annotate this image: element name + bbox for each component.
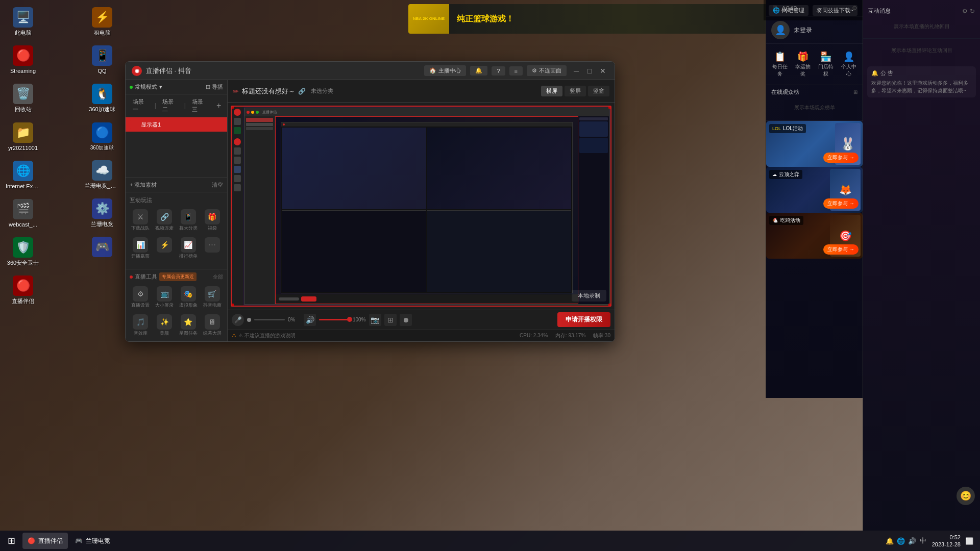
stream-mode-select[interactable]: 常规模式 ▾ bbox=[130, 83, 162, 91]
desktop-icon-lanzhu[interactable]: 🎮 bbox=[84, 235, 120, 261]
chicken-activity-banner[interactable]: 🐔 吃鸡活动 🎯 立即参与 → bbox=[766, 213, 863, 259]
system-tray-icons: 🔔 🌐 🔊 中 bbox=[885, 536, 928, 545]
chicken-participate-btn[interactable]: 立即参与 → bbox=[823, 244, 859, 255]
nav-store[interactable]: 🏪 门店特权 bbox=[815, 48, 838, 81]
scene-3-tab[interactable]: 场景三 bbox=[188, 96, 212, 115]
nested-slider bbox=[279, 297, 299, 300]
nav-lucky-draw[interactable]: 🎁 幸运抽奖 bbox=[791, 48, 814, 81]
bottom-avatar-img[interactable]: 😊 bbox=[957, 487, 975, 505]
game-panel-user[interactable]: 👤 未登录 bbox=[766, 17, 863, 44]
nested-inner-bar bbox=[281, 122, 572, 127]
source-item-display1[interactable]: 显示器1 bbox=[126, 117, 227, 132]
lol-participate-btn[interactable]: 立即参与 → bbox=[823, 153, 859, 163]
tray-volume-icon[interactable]: 🔊 bbox=[908, 536, 917, 545]
minimize-btn[interactable]: ─ bbox=[571, 65, 582, 77]
desktop-icon-pc[interactable]: 🖥️ 此电脑 bbox=[5, 5, 41, 38]
interact-question[interactable]: ⚡ bbox=[154, 235, 176, 261]
stream-category[interactable]: 未选分类 bbox=[311, 87, 333, 95]
interact-vote[interactable]: 📊 开播赢票 bbox=[130, 235, 152, 261]
layout-icon-btn[interactable]: ⊞ bbox=[384, 314, 397, 326]
tool-virtual[interactable]: 🎭 虚拟形象 bbox=[178, 284, 200, 310]
desktop-icon-qq[interactable]: 🐧 360加速球 bbox=[84, 82, 120, 115]
desktop-icon-streaming2[interactable]: 🔴 直播伴侣 bbox=[5, 273, 41, 307]
live-viewers-expand[interactable]: ⊞ bbox=[853, 89, 857, 95]
tool-live-settings[interactable]: ⚙ 直播设置 bbox=[130, 284, 152, 310]
interact-gift[interactable]: 🎁 福袋 bbox=[201, 207, 223, 233]
mic-btn[interactable]: 🎤 bbox=[232, 314, 244, 326]
tray-ime-icon[interactable]: 中 bbox=[919, 536, 928, 545]
desktop-icon-360ball[interactable]: 🔵 360加速球 bbox=[84, 120, 120, 153]
alert-btn[interactable]: 🔔 bbox=[470, 66, 487, 76]
preview-dot-red-2 bbox=[234, 138, 241, 145]
layout-vertical-btn[interactable]: 竖屏 bbox=[565, 86, 586, 96]
tool-star-task[interactable]: ⭐ 星图任务 bbox=[178, 312, 200, 338]
import-btn[interactable]: ⊞ 导播 bbox=[206, 83, 223, 91]
scene-2-tab[interactable]: 场景二 bbox=[158, 96, 182, 115]
tool-greenscreen[interactable]: 🖥 绿幕大屏 bbox=[201, 312, 223, 338]
speaker-volume-slider[interactable] bbox=[319, 319, 350, 320]
show-desktop-btn[interactable]: ⬜ bbox=[965, 536, 974, 545]
tray-network-icon[interactable]: 🌐 bbox=[896, 536, 905, 545]
tool-beauty[interactable]: ✨ 美颜 bbox=[154, 312, 176, 338]
host-center-btn[interactable]: 🏠 主播中心 bbox=[424, 65, 466, 76]
desktop-icon-lanzhu-setup[interactable]: ⚙️ 兰珊电竞 bbox=[84, 196, 120, 230]
interact-pk[interactable]: ⚔ 下载战队 bbox=[130, 207, 152, 233]
layout-window-btn[interactable]: 竖窗 bbox=[588, 86, 609, 96]
clear-sources-btn[interactable]: 清空 bbox=[212, 181, 223, 189]
help-btn[interactable]: ? bbox=[492, 66, 505, 76]
desktop-icon-ie[interactable]: 🌐 Internet Explorer bbox=[5, 159, 41, 192]
local-record-btn[interactable]: 本地录制 bbox=[572, 290, 606, 302]
go-live-btn[interactable]: 申请开播权限 bbox=[557, 312, 610, 327]
no-draw-btn[interactable]: ⚙ 不连画面 bbox=[527, 65, 567, 76]
tool-audio-fx[interactable]: 🎵 音效库 bbox=[130, 312, 152, 338]
tools-more-btn[interactable]: 全部 bbox=[213, 273, 223, 281]
desktop-icon-webcast[interactable]: 🎬 webcast_... bbox=[5, 197, 41, 230]
scene-1-tab[interactable]: 场景一 bbox=[129, 96, 153, 115]
nav-personal[interactable]: 👤 个人中心 bbox=[838, 48, 861, 81]
interact-more[interactable]: ··· bbox=[201, 235, 223, 261]
speaker-icon-btn[interactable]: 🔊 bbox=[304, 314, 316, 326]
lol-activity-banner[interactable]: LOL LOL活动 🐰 立即参与 → bbox=[766, 121, 863, 167]
cloud-activity-banner[interactable]: ☁ 云顶之弈 🦊 立即参与 → bbox=[766, 167, 863, 213]
stream-title-text[interactable]: 标题还没有想好～ bbox=[242, 87, 295, 96]
camera-icon-btn[interactable]: 📷 bbox=[369, 314, 381, 326]
desktop-icon-yr2021[interactable]: 📁 yr20211001 bbox=[5, 120, 41, 154]
live-viewers-placeholder: 展示本场观众榜单 bbox=[771, 98, 857, 117]
cloud-participate-btn[interactable]: 立即参与 → bbox=[823, 198, 859, 209]
start-button[interactable]: ⊞ bbox=[2, 532, 20, 550]
stream-title-edit-area: ✏ 标题还没有想好～ 🔗 未选分类 bbox=[233, 87, 333, 96]
desktop-icon-rental[interactable]: 📱 QQ bbox=[84, 43, 120, 77]
speaker-slider-thumb bbox=[347, 317, 352, 322]
interactive-msg-refresh-icon[interactable]: ↻ bbox=[970, 8, 975, 15]
stream-edit-icon[interactable]: ✏ bbox=[233, 87, 239, 95]
taskbar-lanzhu-app[interactable]: 🎮 兰珊电竞 bbox=[70, 533, 115, 549]
corner-handle-tr bbox=[608, 107, 610, 109]
desktop-icon-streaming[interactable]: 🔴 Streaming bbox=[5, 43, 41, 77]
menu-btn[interactable]: ≡ bbox=[509, 66, 523, 76]
source-display-label: 显示器1 bbox=[141, 121, 161, 129]
interact-rank[interactable]: 📈 排行榜单 bbox=[178, 235, 200, 261]
taskbar-streaming-app[interactable]: 🔴 直播伴侣 bbox=[22, 533, 68, 549]
interact-connect[interactable]: 🔗 视频连麦 bbox=[154, 207, 176, 233]
add-scene-btn[interactable]: + bbox=[214, 100, 225, 111]
desktop-icon-360[interactable]: 🛡️ 360安全卫士 bbox=[5, 235, 41, 268]
close-btn[interactable]: ✕ bbox=[597, 65, 608, 77]
interactive-msg-settings-icon[interactable]: ⚙ bbox=[962, 8, 968, 15]
layout-horizontal-btn[interactable]: 横屏 bbox=[541, 86, 562, 96]
tray-notification-icon[interactable]: 🔔 bbox=[885, 536, 894, 545]
tool-big-screen[interactable]: 📺 大小屏录 bbox=[154, 284, 176, 310]
nested-control-bar bbox=[276, 294, 578, 304]
add-source-btn[interactable]: + 添加素材 bbox=[130, 181, 157, 189]
tool-tiktok-shop[interactable]: 🛒 抖音电商 bbox=[201, 284, 223, 310]
record-icon-btn[interactable]: ⏺ bbox=[400, 314, 412, 326]
network-manage-btn[interactable]: 🌐 网吧管理 bbox=[769, 5, 808, 16]
download-btn[interactable]: 将同技提下载~ bbox=[813, 5, 857, 16]
nav-daily-task[interactable]: 📋 每日任务 bbox=[768, 48, 791, 81]
interact-screen[interactable]: 📱 暮大分类 bbox=[178, 207, 200, 233]
desktop-icon-recycle[interactable]: 🗑️ 回收站 bbox=[5, 82, 41, 115]
desktop-icon-gamemenu[interactable]: ☁️ 兰珊电竞_Setup bbox=[84, 158, 120, 191]
nested-rp-item-2 bbox=[579, 121, 608, 137]
desktop-icon-uuacc[interactable]: ⚡ 租电脑 bbox=[84, 5, 120, 38]
maximize-btn[interactable]: □ bbox=[584, 65, 595, 77]
mic-volume-slider[interactable] bbox=[254, 319, 285, 320]
